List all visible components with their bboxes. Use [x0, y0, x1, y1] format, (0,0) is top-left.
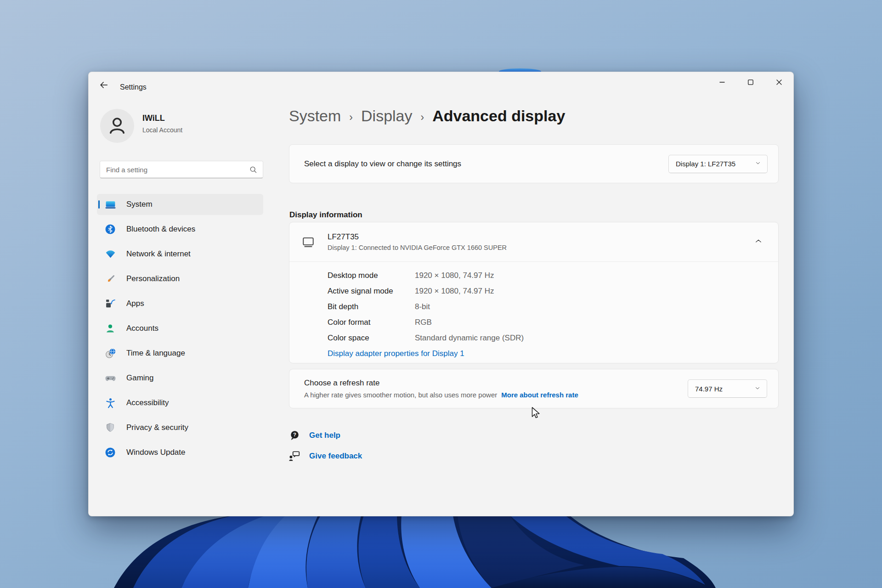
- breadcrumb-separator-icon: ›: [349, 111, 353, 124]
- maximize-button[interactable]: [736, 72, 765, 93]
- gaming-icon: [104, 372, 116, 384]
- display-select-dropdown[interactable]: Display 1: LF27T35: [668, 155, 768, 173]
- give-feedback-link[interactable]: Give feedback: [288, 447, 362, 465]
- sidebar-nav: System Bluetooth & devices Network & int…: [97, 194, 263, 467]
- detail-value: Standard dynamic range (SDR): [415, 334, 524, 343]
- refresh-rate-card: Choose a refresh rate A higher rate give…: [289, 369, 779, 408]
- windows-update-icon: [104, 447, 116, 458]
- monitor-icon: [302, 236, 315, 249]
- detail-value: 1920 × 1080, 74.97 Hz: [415, 271, 494, 280]
- sidebar-item-bluetooth-devices[interactable]: Bluetooth & devices: [97, 219, 263, 240]
- detail-row-color-space: Color space Standard dynamic range (SDR): [328, 330, 778, 346]
- sidebar-item-label: Windows Update: [126, 448, 186, 457]
- detail-row-color-format: Color format RGB: [328, 315, 778, 330]
- close-button[interactable]: [765, 72, 793, 93]
- search-input[interactable]: [100, 161, 263, 178]
- sidebar-item-privacy-security[interactable]: Privacy & security: [97, 417, 263, 438]
- sidebar-item-accounts[interactable]: Accounts: [97, 318, 263, 339]
- sidebar-item-label: Accounts: [126, 324, 158, 333]
- breadcrumb-display[interactable]: Display: [361, 107, 412, 125]
- svg-text:?: ?: [293, 432, 296, 437]
- get-help-link[interactable]: ? Get help: [288, 426, 340, 445]
- sidebar-item-personalization[interactable]: Personalization: [97, 268, 263, 289]
- back-arrow-icon: [99, 80, 109, 91]
- window-title: Settings: [120, 83, 147, 91]
- refresh-rate-dropdown[interactable]: 74.97 Hz: [688, 379, 767, 398]
- minimize-button[interactable]: [708, 72, 736, 93]
- display-information-title: Display information: [289, 210, 362, 220]
- accounts-icon: [104, 322, 116, 334]
- detail-value: 1920 × 1080, 74.97 Hz: [415, 287, 494, 296]
- detail-label: Color space: [328, 334, 415, 343]
- monitor-name: LF27T35: [328, 232, 507, 242]
- monitor-connection: Display 1: Connected to NVIDIA GeForce G…: [328, 244, 507, 251]
- close-icon: [775, 79, 783, 87]
- chevron-down-icon: [754, 385, 761, 393]
- detail-row-bit-depth: Bit depth 8-bit: [328, 299, 778, 315]
- network-icon: [104, 248, 116, 260]
- sidebar-item-gaming[interactable]: Gaming: [97, 368, 263, 389]
- refresh-rate-value: 74.97 Hz: [695, 385, 723, 393]
- display-select-value: Display 1: LF27T35: [676, 160, 735, 168]
- detail-row-desktop-mode: Desktop mode 1920 × 1080, 74.97 Hz: [328, 268, 778, 283]
- breadcrumb-separator-icon: ›: [421, 111, 424, 124]
- detail-label: Bit depth: [328, 302, 415, 311]
- detail-value: 8-bit: [415, 302, 430, 311]
- display-selector-label: Select a display to view or change its s…: [304, 159, 461, 169]
- sidebar-item-time-language[interactable]: Time & language: [97, 343, 263, 364]
- account-type: Local Account: [142, 126, 182, 134]
- detail-row-active-signal-mode: Active signal mode 1920 × 1080, 74.97 Hz: [328, 283, 778, 299]
- sidebar-item-label: System: [126, 200, 153, 209]
- accessibility-icon: [104, 397, 116, 409]
- detail-label: Active signal mode: [328, 287, 415, 296]
- display-details: Desktop mode 1920 × 1080, 74.97 Hz Activ…: [289, 262, 778, 358]
- give-feedback-label: Give feedback: [309, 452, 362, 461]
- detail-label: Color format: [328, 318, 415, 327]
- sidebar-item-label: Network & internet: [126, 249, 191, 259]
- display-information-header[interactable]: LF27T35 Display 1: Connected to NVIDIA G…: [289, 222, 778, 262]
- chevron-up-icon: [754, 237, 763, 247]
- help-bubble-icon: ?: [288, 430, 300, 441]
- settings-window: Settings IWiLL Local Account: [88, 72, 794, 516]
- page-title: Advanced display: [432, 107, 565, 125]
- search-box: [100, 161, 263, 178]
- chevron-down-icon: [755, 160, 761, 168]
- time-language-icon: [104, 347, 116, 359]
- apps-icon: [104, 298, 116, 310]
- sidebar-item-network-internet[interactable]: Network & internet: [97, 243, 263, 265]
- sidebar-item-system[interactable]: System: [97, 194, 263, 215]
- back-button[interactable]: [94, 77, 113, 94]
- sidebar-item-label: Privacy & security: [126, 423, 188, 432]
- sidebar-item-label: Accessibility: [126, 398, 169, 407]
- window-controls: [708, 72, 793, 93]
- sidebar-item-label: Time & language: [126, 349, 185, 358]
- mouse-cursor: [529, 406, 542, 422]
- display-selector-card: Select a display to view or change its s…: [289, 144, 779, 183]
- system-icon: [104, 198, 116, 210]
- display-adapter-properties-link[interactable]: Display adapter properties for Display 1: [328, 349, 464, 358]
- user-avatar[interactable]: [100, 109, 134, 143]
- sidebar-item-apps[interactable]: Apps: [97, 293, 263, 314]
- sidebar-item-label: Bluetooth & devices: [126, 225, 195, 234]
- bluetooth-icon: [104, 223, 116, 235]
- get-help-label: Get help: [309, 431, 340, 440]
- feedback-person-icon: [288, 450, 300, 462]
- sidebar-item-label: Apps: [126, 299, 144, 308]
- breadcrumb: System › Display › Advanced display: [289, 107, 565, 125]
- bloom-graphic: [106, 514, 717, 588]
- refresh-rate-description: A higher rate gives smoother motion, but…: [304, 391, 578, 399]
- sidebar-item-windows-update[interactable]: Windows Update: [97, 442, 263, 463]
- maximize-icon: [747, 79, 754, 87]
- display-information-card: LF27T35 Display 1: Connected to NVIDIA G…: [289, 222, 779, 363]
- minimize-icon: [718, 79, 726, 87]
- detail-label: Desktop mode: [328, 271, 415, 280]
- breadcrumb-system[interactable]: System: [289, 107, 341, 125]
- refresh-rate-title: Choose a refresh rate: [304, 379, 578, 388]
- sidebar-item-accessibility[interactable]: Accessibility: [97, 392, 263, 413]
- personalization-icon: [104, 273, 116, 285]
- detail-value: RGB: [415, 318, 432, 327]
- search-icon: [249, 165, 258, 176]
- sidebar-item-label: Personalization: [126, 274, 180, 283]
- desktop-wallpaper: Settings IWiLL Local Account: [0, 0, 882, 588]
- more-about-refresh-rate-link[interactable]: More about refresh rate: [501, 391, 578, 399]
